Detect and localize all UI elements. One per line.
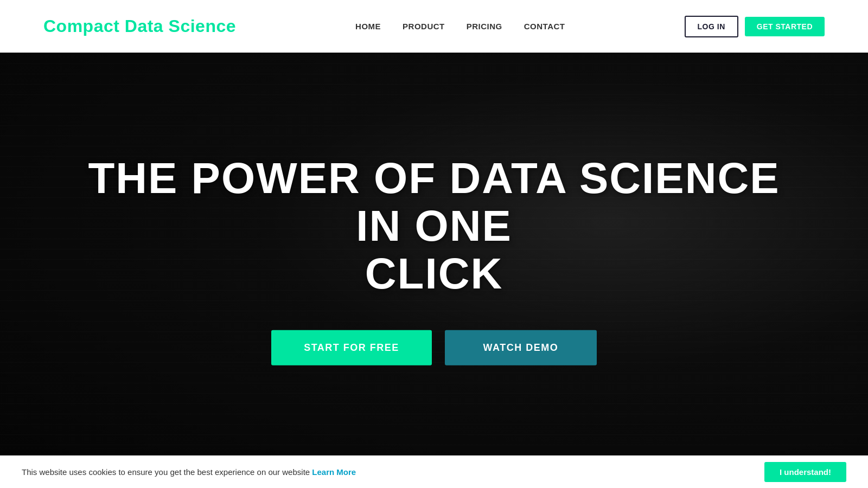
- hero-buttons: START FOR FREE WATCH DEMO: [81, 330, 787, 365]
- brand-logo[interactable]: Compact Data Science: [43, 16, 236, 36]
- nav-links: HOME PRODUCT PRICING CONTACT: [355, 22, 565, 31]
- cookie-accept-button[interactable]: I understand!: [764, 462, 846, 482]
- nav-pricing[interactable]: PRICING: [467, 22, 502, 31]
- hero-title: THE POWER OF DATA SCIENCE IN ONE CLICK: [81, 155, 787, 298]
- hero-title-line1: THE POWER OF DATA SCIENCE IN ONE: [88, 154, 780, 250]
- nav-home[interactable]: HOME: [355, 22, 381, 31]
- cookie-text: This website uses cookies to ensure you …: [22, 467, 356, 477]
- nav-product[interactable]: PRODUCT: [403, 22, 445, 31]
- cookie-banner: This website uses cookies to ensure you …: [0, 455, 868, 488]
- navbar: Compact Data Science HOME PRODUCT PRICIN…: [0, 0, 868, 53]
- get-started-button[interactable]: GET STARTED: [745, 17, 825, 36]
- hero-content: THE POWER OF DATA SCIENCE IN ONE CLICK S…: [81, 155, 787, 365]
- hero-section: THE POWER OF DATA SCIENCE IN ONE CLICK S…: [0, 53, 868, 476]
- hero-title-line2: CLICK: [365, 249, 503, 298]
- cookie-message: This website uses cookies to ensure you …: [22, 467, 312, 477]
- nav-contact[interactable]: CONTACT: [524, 22, 565, 31]
- cookie-learn-more-link[interactable]: Learn More: [312, 467, 356, 477]
- start-free-button[interactable]: START FOR FREE: [271, 330, 432, 365]
- nav-buttons: LOG IN GET STARTED: [685, 16, 825, 37]
- login-button[interactable]: LOG IN: [685, 16, 738, 37]
- watch-demo-button[interactable]: WATCH DEMO: [445, 330, 597, 365]
